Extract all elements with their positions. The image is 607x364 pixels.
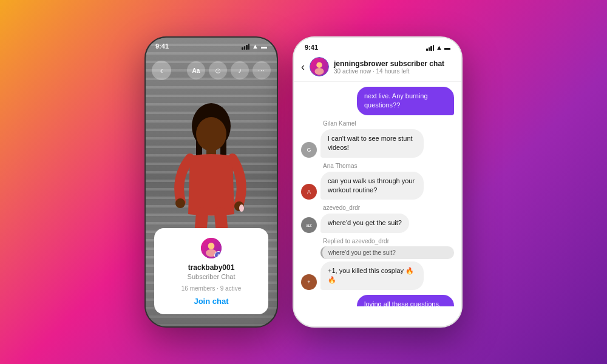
message-row-gilan: G I can't wait to see more stunt videos! [301, 129, 454, 158]
message-group-reply: Replied to azevedo_drdr where'd you get … [301, 238, 454, 290]
chat-header-meta: 30 active now · 14 hours left [334, 68, 454, 75]
sender-name-ana: Ana Thomas [323, 163, 454, 169]
avatar-reply: + [301, 274, 317, 290]
message-group-gilan: Gilan Kamel G I can't wait to see more s… [301, 120, 454, 158]
avatar-gilan: G [301, 142, 317, 158]
reply-quote-block: where'd you get the suit? [320, 246, 454, 259]
message-group-azevedo: azevedo_drdr az where'd you get the suit… [301, 204, 454, 232]
right-wifi-icon: ▲ [436, 44, 443, 51]
left-time: 9:41 [155, 42, 169, 50]
chat-messages-list: next live. Any burning questions?? Gilan… [294, 82, 461, 306]
sticker-tool-button[interactable]: ☺ [209, 61, 227, 79]
message-bubble-own-1: next live. Any burning questions?? [357, 87, 454, 115]
subscriber-avatar: ★ [200, 237, 223, 260]
battery-icon: ▬ [261, 43, 267, 50]
subscriber-badge: ★ [214, 251, 223, 260]
chat-back-button[interactable]: ‹ [301, 61, 305, 73]
reply-quote-text: where'd you get the suit? [320, 246, 454, 259]
message-bubble-own-2: loving all these questions, keep them co… [357, 295, 454, 306]
card-chat-title: trackbaby001 [163, 263, 260, 272]
message-row-ana: A can you walk us through your workout r… [301, 172, 454, 200]
left-phone: 9:41 ▲ ▬ [144, 36, 278, 328]
right-status-icons: ▲ ▬ [426, 44, 450, 51]
sender-name-gilan: Gilan Kamel [323, 120, 454, 127]
message-bubble-gilan: I can't wait to see more stunt videos! [320, 129, 424, 158]
left-status-icons: ▲ ▬ [242, 42, 267, 50]
message-own-1: next live. Any burning questions?? [301, 87, 454, 115]
message-own-2: loving all these questions, keep them co… [301, 295, 454, 306]
story-background: ‹ Aa ☺ ♪ ··· [146, 38, 277, 326]
message-row-azevedo: az where'd you get the suit? [301, 214, 454, 232]
more-tool-button[interactable]: ··· [253, 61, 271, 79]
text-tool-button[interactable]: Aa [187, 61, 205, 79]
message-bubble-reply: +1, you killed this cosplay 🔥🔥 [320, 261, 424, 290]
reply-to-label: Replied to azevedo_drdr [323, 238, 454, 244]
sender-name-azevedo: azevedo_drdr [323, 204, 454, 211]
right-signal-icon [426, 44, 434, 51]
chat-header-name: jenningsbrower subscriber chat [334, 59, 454, 68]
join-chat-button[interactable]: Join chat [163, 297, 260, 306]
message-bubble-ana: can you walk us through your workout rou… [320, 172, 424, 200]
story-back-button[interactable]: ‹ [152, 61, 171, 80]
svg-point-14 [316, 62, 322, 68]
signal-icon [242, 42, 249, 50]
svg-point-9 [239, 204, 244, 212]
message-bubble-azevedo: where'd you get the suit? [320, 214, 409, 232]
left-status-bar: 9:41 ▲ ▬ [146, 38, 277, 52]
right-time: 9:41 [305, 44, 318, 51]
subscriber-chat-card: ★ trackbaby001 Subscriber Chat 16 member… [154, 228, 268, 314]
svg-point-11 [208, 243, 215, 249]
card-avatar-row: ★ [163, 237, 260, 260]
chat-header: ‹ jenningsbrower subscriber chat 30 acti… [294, 53, 461, 82]
right-status-bar: 9:41 ▲ ▬ [294, 38, 461, 53]
chat-header-info: jenningsbrower subscriber chat 30 active… [334, 59, 454, 75]
music-tool-button[interactable]: ♪ [231, 61, 249, 79]
message-group-ana: Ana Thomas A can you walk us through you… [301, 163, 454, 200]
message-row-reply: + +1, you killed this cosplay 🔥🔥 [301, 261, 454, 290]
svg-point-15 [315, 68, 324, 75]
story-tools-group: Aa ☺ ♪ ··· [187, 61, 271, 79]
svg-point-3 [196, 117, 226, 151]
avatar-azevedo: az [301, 217, 317, 233]
chat-header-avatar [310, 57, 329, 76]
svg-point-5 [175, 198, 185, 208]
card-chat-subtitle: Subscriber Chat [163, 273, 260, 280]
card-members-info: 16 members · 9 active [163, 285, 260, 292]
story-toolbar: ‹ Aa ☺ ♪ ··· [146, 56, 277, 85]
wifi-icon: ▲ [252, 42, 259, 50]
right-phone: 9:41 ▲ ▬ ‹ [293, 36, 463, 328]
right-battery-icon: ▬ [444, 44, 450, 51]
avatar-ana: A [301, 184, 317, 200]
